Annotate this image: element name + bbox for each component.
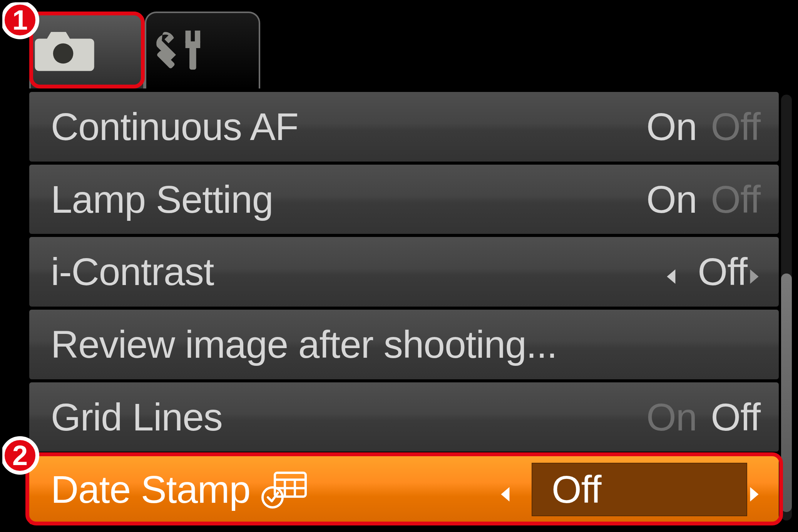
scrollbar-thumb[interactable] bbox=[781, 274, 792, 512]
option-on[interactable]: On bbox=[646, 177, 697, 222]
tab-shooting[interactable] bbox=[29, 12, 145, 88]
date-stamp-icon bbox=[261, 469, 307, 511]
menu-row-continuous-af[interactable]: Continuous AF On Off bbox=[29, 92, 779, 162]
option-on[interactable]: On bbox=[646, 395, 697, 439]
svg-marker-6 bbox=[667, 269, 676, 284]
option-off[interactable]: Off bbox=[711, 395, 760, 439]
tools-icon bbox=[146, 27, 259, 75]
menu-label: Continuous AF bbox=[51, 105, 298, 149]
chevron-left-icon[interactable] bbox=[665, 250, 678, 294]
option-off[interactable]: Off bbox=[711, 105, 760, 149]
value-selector[interactable]: Off bbox=[665, 250, 747, 294]
svg-point-0 bbox=[53, 43, 74, 63]
menu-label: i-Contrast bbox=[51, 250, 214, 294]
chevron-right-icon[interactable] bbox=[747, 250, 760, 294]
menu-label: Lamp Setting bbox=[51, 177, 273, 222]
svg-marker-14 bbox=[501, 487, 509, 502]
menu-list: Continuous AF On Off Lamp Setting On Off… bbox=[29, 92, 779, 524]
selector-value: Off bbox=[532, 463, 747, 516]
tab-setup[interactable] bbox=[145, 12, 260, 88]
option-on[interactable]: On bbox=[646, 105, 697, 149]
svg-rect-2 bbox=[186, 30, 191, 43]
tab-bar bbox=[29, 12, 260, 88]
menu-scrollbar[interactable] bbox=[781, 95, 792, 520]
menu-row-grid-lines[interactable]: Grid Lines On Off bbox=[29, 382, 779, 452]
svg-marker-7 bbox=[750, 269, 759, 284]
chevron-left-icon[interactable] bbox=[499, 467, 512, 512]
chevron-right-icon[interactable] bbox=[747, 467, 760, 512]
value-selector[interactable]: Off bbox=[499, 463, 747, 516]
camera-menu-screen: 1 2 bbox=[0, 0, 798, 532]
menu-row-i-contrast[interactable]: i-Contrast Off bbox=[29, 237, 779, 307]
menu-label: Date Stamp bbox=[51, 467, 250, 512]
menu-row-date-stamp[interactable]: Date Stamp bbox=[29, 455, 779, 524]
callout-badge-2: 2 bbox=[1, 436, 39, 475]
selector-value: Off bbox=[698, 250, 747, 294]
menu-row-lamp-setting[interactable]: Lamp Setting On Off bbox=[29, 165, 779, 234]
svg-rect-8 bbox=[275, 473, 306, 497]
svg-marker-15 bbox=[750, 487, 759, 502]
option-off[interactable]: Off bbox=[711, 177, 760, 222]
menu-label: Grid Lines bbox=[51, 395, 223, 439]
menu-row-review-image[interactable]: Review image after shooting... bbox=[29, 310, 779, 379]
camera-icon bbox=[31, 27, 143, 75]
svg-rect-3 bbox=[195, 30, 200, 43]
svg-rect-5 bbox=[189, 47, 196, 70]
menu-label: Review image after shooting... bbox=[51, 322, 557, 367]
callout-badge-1: 1 bbox=[1, 1, 39, 39]
